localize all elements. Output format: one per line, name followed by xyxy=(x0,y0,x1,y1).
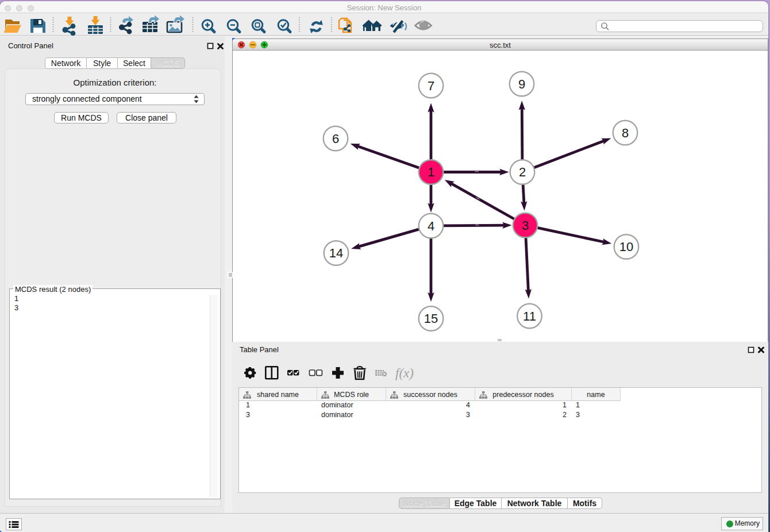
svg-text:1: 1 xyxy=(428,165,434,179)
svg-text:10: 10 xyxy=(619,240,633,254)
svg-text:f(x): f(x) xyxy=(395,366,414,380)
svg-text:7: 7 xyxy=(428,79,434,93)
svg-text:6: 6 xyxy=(332,132,339,146)
svg-text:3: 3 xyxy=(522,218,529,233)
svg-text:15: 15 xyxy=(424,311,438,326)
svg-text:2: 2 xyxy=(519,165,526,179)
svg-text:8: 8 xyxy=(622,126,629,140)
svg-text:14: 14 xyxy=(329,246,343,260)
svg-text:11: 11 xyxy=(523,309,536,323)
svg-text:9: 9 xyxy=(518,77,525,91)
svg-text:4: 4 xyxy=(428,219,434,233)
